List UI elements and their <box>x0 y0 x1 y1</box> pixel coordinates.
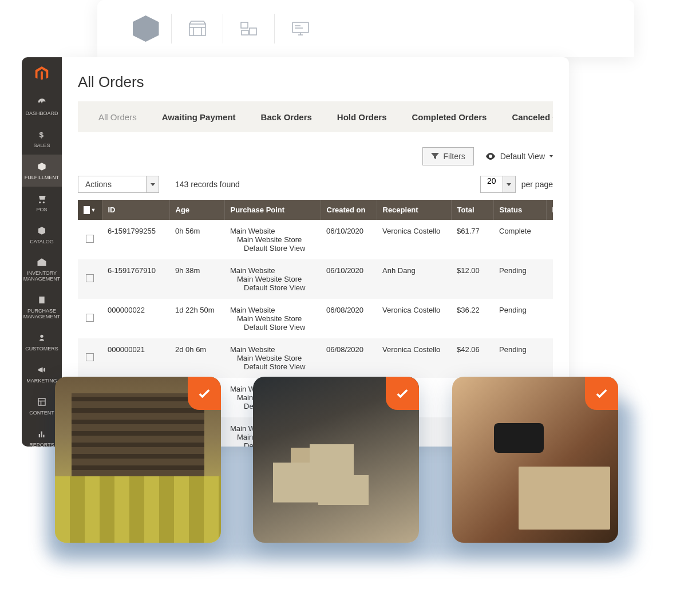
svg-rect-0 <box>189 24 205 35</box>
cell-total: $12.00 <box>451 259 493 299</box>
box-open-icon <box>35 160 48 173</box>
table-row[interactable]: 0000000212d 0h 6mMain WebsiteMain Websit… <box>78 338 553 378</box>
background-tabs <box>97 0 634 57</box>
sidebar-item-fulfillment[interactable]: FULFILLMENT <box>22 155 62 187</box>
sidebar-label: CONTENT <box>29 410 54 416</box>
tab-hold-orders[interactable]: Hold Orders <box>337 112 387 122</box>
cell-age: 9h 38m <box>169 259 224 299</box>
col-age[interactable]: Age <box>169 200 224 220</box>
megaphone-icon <box>35 364 48 376</box>
cell-total: $36.22 <box>451 299 493 338</box>
svg-rect-4 <box>292 22 309 33</box>
sidebar-item-catalog[interactable]: CATALOG <box>22 219 62 251</box>
sidebar-item-sales[interactable]: $ SALES <box>22 123 62 155</box>
per-page-input[interactable]: 20 <box>480 176 503 193</box>
bg-tab-monitor <box>275 14 326 44</box>
eye-icon <box>485 153 496 160</box>
boxes-icon <box>239 20 259 37</box>
sidebar-label: CUSTOMERS <box>25 346 58 352</box>
sidebar-item-dashboard[interactable]: DASHBOARD <box>22 90 62 123</box>
cell-status: Pending <box>493 259 546 299</box>
sidebar-label: PURCHASE MANAGEMENT <box>23 309 61 320</box>
select-all[interactable]: ▼ <box>78 200 102 220</box>
sidebar-item-purchase[interactable]: PURCHASE MANAGEMENT <box>22 288 62 326</box>
check-icon <box>594 385 610 401</box>
svg-point-6 <box>40 335 43 338</box>
col-id[interactable]: ID <box>102 200 169 220</box>
cell-extra <box>546 259 553 299</box>
default-view-dropdown[interactable]: Default View <box>485 152 553 161</box>
cell-total: $42.06 <box>451 338 493 378</box>
actions-label: Actions <box>78 176 147 193</box>
toolbar-top: Filters Default View <box>62 132 569 172</box>
col-status[interactable]: Status <box>493 200 546 220</box>
page-title: All Orders <box>62 57 569 101</box>
dollar-icon: $ <box>35 128 48 141</box>
gauge-icon <box>35 96 48 109</box>
row-checkbox[interactable] <box>78 220 102 259</box>
cell-id: 000000022 <box>102 299 169 338</box>
col-purchase-point[interactable]: Purchase Point <box>224 200 321 220</box>
actions-dropdown[interactable]: Actions <box>78 176 159 193</box>
cell-recepient: Anh Dang <box>377 259 451 299</box>
col-extra[interactable]: B <box>546 200 553 220</box>
sidebar-item-inventory[interactable]: INVENTORY MANAGEMENT <box>22 250 62 288</box>
cell-purchase-point: Main WebsiteMain Website StoreDefault St… <box>224 338 321 378</box>
table-row[interactable]: 6-15917992550h 56mMain WebsiteMain Websi… <box>78 220 553 259</box>
person-icon <box>35 331 48 344</box>
cell-id: 6-1591799255 <box>102 220 169 259</box>
table-row[interactable]: 0000000221d 22h 50mMain WebsiteMain Webs… <box>78 299 553 338</box>
cell-created: 06/10/2020 <box>321 220 377 259</box>
check-icon <box>196 385 212 401</box>
tab-completed-orders[interactable]: Completed Orders <box>412 112 487 122</box>
cell-id: 6-1591767910 <box>102 259 169 299</box>
warehouse-icon <box>35 256 48 268</box>
svg-text:$: $ <box>39 130 44 139</box>
row-checkbox[interactable] <box>78 338 102 378</box>
sidebar-label: CATALOG <box>30 239 54 245</box>
tab-canceled-orders[interactable]: Canceled Orders <box>512 112 553 122</box>
per-page: 20 per page <box>480 176 553 193</box>
cell-age: 2d 0h 6m <box>169 338 224 378</box>
svg-rect-7 <box>38 398 45 405</box>
tab-all-orders[interactable]: All Orders <box>98 112 137 122</box>
cell-created: 06/10/2020 <box>321 259 377 299</box>
cell-recepient: Veronica Costello <box>377 299 451 338</box>
col-created[interactable]: Created on <box>321 200 377 220</box>
per-page-label: per page <box>521 180 553 189</box>
cell-created: 06/08/2020 <box>321 338 377 378</box>
sidebar-item-customers[interactable]: CUSTOMERS <box>22 326 62 358</box>
row-checkbox[interactable] <box>78 299 102 338</box>
sidebar-item-pos[interactable]: POS <box>22 187 62 219</box>
check-icon <box>394 385 410 401</box>
caret-down-icon <box>147 176 159 193</box>
bg-tab-logo <box>120 14 172 44</box>
view-label: Default View <box>500 152 545 161</box>
col-recepient[interactable]: Recepient <box>377 200 451 220</box>
table-header: ▼ ID Age Purchase Point Created on Recep… <box>78 200 553 220</box>
storefront-icon <box>188 20 207 37</box>
caret-down-icon <box>549 155 553 157</box>
funnel-icon <box>431 153 439 160</box>
bg-tab-boxes <box>223 14 275 44</box>
table-row[interactable]: 6-15917679109h 38mMain WebsiteMain Websi… <box>78 259 553 299</box>
magento-logo <box>33 65 50 85</box>
row-checkbox[interactable] <box>78 259 102 299</box>
col-total[interactable]: Total <box>451 200 493 220</box>
cell-created: 06/08/2020 <box>321 299 377 338</box>
hex-icon <box>133 15 159 42</box>
caret-down-icon[interactable] <box>503 176 516 193</box>
records-found: 143 records found <box>175 180 240 189</box>
tab-back-orders[interactable]: Back Orders <box>261 112 312 122</box>
background-card <box>97 0 634 57</box>
cell-purchase-point: Main WebsiteMain Website StoreDefault St… <box>224 299 321 338</box>
toolbar-bottom: Actions 143 records found 20 per page <box>62 172 569 200</box>
svg-rect-2 <box>250 28 256 35</box>
cell-age: 0h 56m <box>169 220 224 259</box>
layout-icon <box>35 396 48 408</box>
sidebar-label: POS <box>36 207 47 213</box>
filters-button[interactable]: Filters <box>422 147 474 165</box>
tile-warehouse <box>253 377 419 543</box>
tab-awaiting-payment[interactable]: Awaiting Payment <box>162 112 236 122</box>
cell-recepient: Veronica Costello <box>377 338 451 378</box>
